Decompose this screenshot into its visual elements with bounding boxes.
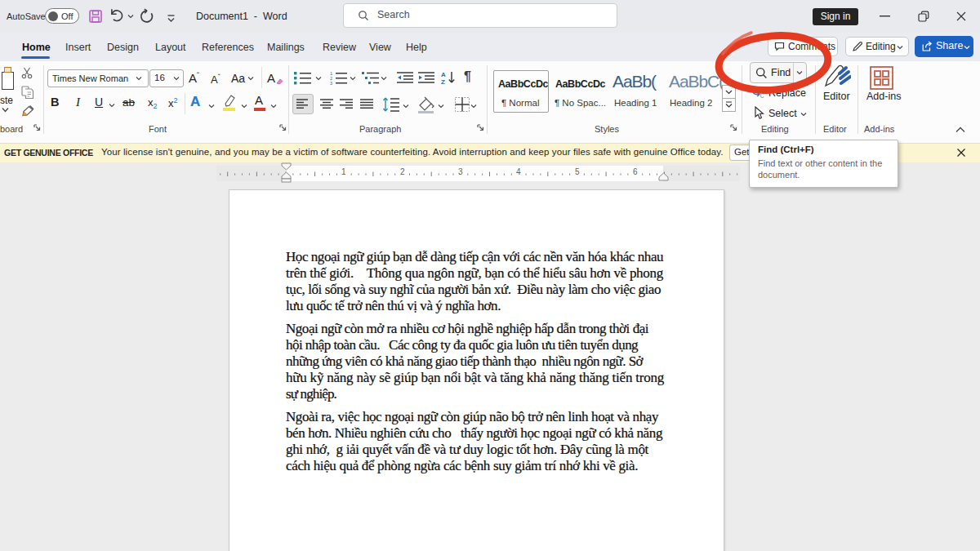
svg-text:Z: Z bbox=[441, 78, 445, 86]
svg-text:A: A bbox=[441, 71, 446, 78]
svg-text:3: 3 bbox=[330, 81, 332, 86]
